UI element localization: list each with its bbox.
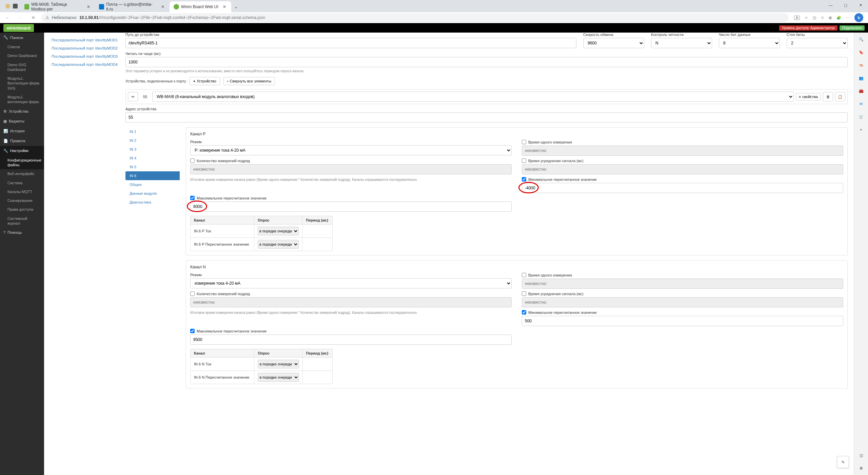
avg-time-checkbox[interactable]: [522, 158, 526, 163]
nav-item-mqtt[interactable]: Каналы MQTT: [0, 187, 44, 196]
poll-select[interactable]: в порядке очереди: [258, 373, 299, 382]
interval-input[interactable]: [125, 57, 848, 67]
browser-tab-0[interactable]: WB-MAI6: Таблица Modbus-рег ✕: [20, 1, 95, 12]
meas-count-checkbox[interactable]: [190, 158, 195, 163]
delete-device-button[interactable]: 🗑: [823, 92, 833, 101]
favorites-icon[interactable]: ✩: [821, 16, 824, 20]
nav-item-access[interactable]: Права доступа: [0, 205, 44, 214]
nav-item-mod1-svg[interactable]: Модуль1. Вентиляция ферм. SVG: [0, 74, 44, 93]
min-recalc-checkbox[interactable]: [522, 177, 526, 182]
close-tab-icon[interactable]: ✕: [160, 4, 165, 10]
collapse-all-button[interactable]: › Свернуть все элементы: [223, 77, 275, 85]
nav-panels[interactable]: 🔧Панели: [0, 33, 44, 42]
nav-rules[interactable]: 📄Правила: [0, 136, 44, 146]
poll-select[interactable]: в порядке очереди: [258, 227, 299, 235]
plus-icon[interactable]: +: [857, 126, 865, 134]
parity-select[interactable]: N: [651, 38, 712, 48]
device-address-input[interactable]: [125, 112, 848, 122]
nav-widgets[interactable]: ▦Виджеты: [0, 116, 44, 126]
max-recalc-checkbox[interactable]: [190, 196, 195, 200]
tab-in3[interactable]: IN 3: [125, 145, 180, 154]
back-button[interactable]: ←: [3, 13, 12, 22]
close-window-button[interactable]: ✕: [853, 0, 868, 10]
collapse-device-button[interactable]: [128, 92, 138, 101]
new-tab-button[interactable]: +: [231, 3, 241, 12]
max-recalc-input[interactable]: [190, 335, 512, 345]
sidepanel-icon[interactable]: ◫: [813, 16, 816, 20]
reader-badge[interactable]: A: [794, 16, 800, 20]
tab-in5[interactable]: IN 5: [125, 163, 180, 171]
scroll-top-button[interactable]: ✎: [837, 456, 849, 468]
maximize-button[interactable]: ▢: [838, 0, 853, 10]
meas-count-checkbox[interactable]: [190, 291, 195, 296]
avg-time-checkbox[interactable]: [522, 291, 526, 296]
nav-item-syslog[interactable]: Системный журнал: [0, 214, 44, 228]
settings-icon[interactable]: ⚙: [857, 464, 865, 472]
star-icon[interactable]: ☆: [805, 16, 808, 20]
min-recalc-checkbox[interactable]: [522, 310, 526, 315]
nav-settings[interactable]: 🔧Настройки: [0, 146, 44, 156]
port-link[interactable]: Последовательный порт /dev/ttyMOD1: [50, 36, 125, 44]
poll-select[interactable]: в порядке очереди: [258, 240, 299, 249]
databits-select[interactable]: 8: [719, 38, 780, 48]
min-recalc-input[interactable]: [522, 316, 843, 326]
port-link[interactable]: Последовательный порт /dev/ttyMOD2: [50, 44, 125, 52]
nav-item-demo-svg[interactable]: Demo SVG Dashboard: [0, 60, 44, 74]
properties-button[interactable]: ≡ свойства: [796, 93, 821, 100]
copy-device-button[interactable]: 📋: [835, 92, 845, 101]
nav-history[interactable]: 📊История: [0, 126, 44, 136]
minimize-button[interactable]: —: [823, 0, 838, 10]
mode-select[interactable]: P: измерение тока 4-20 мА: [190, 145, 512, 155]
menu-icon[interactable]: ⋯: [846, 16, 850, 20]
max-recalc-input[interactable]: [190, 202, 512, 212]
nav-devices[interactable]: ⚙Устройства: [0, 107, 44, 116]
logo[interactable]: wirenboard: [3, 24, 34, 32]
add-device-button[interactable]: + Устройство: [190, 77, 220, 85]
port-link[interactable]: Последовательный порт /dev/ttyMOD3: [50, 52, 125, 60]
tab-in4[interactable]: IN 4: [125, 154, 180, 163]
nav-item-web-ui[interactable]: Веб-интерфейс: [0, 169, 44, 178]
mode-select[interactable]: измерение тока 4-20 мА: [190, 278, 512, 288]
speed-select[interactable]: 9600: [583, 38, 644, 48]
search-icon[interactable]: 🔍: [857, 35, 865, 43]
nav-item-config-files[interactable]: Конфигурационные файлы: [0, 156, 44, 170]
outlook-icon[interactable]: ✉: [857, 100, 865, 108]
reload-button[interactable]: ⟳: [28, 13, 38, 22]
stopbits-select[interactable]: 2: [787, 38, 848, 48]
max-recalc-checkbox[interactable]: [190, 329, 195, 333]
close-tab-icon[interactable]: ✕: [222, 4, 227, 10]
close-tab-icon[interactable]: ✕: [86, 4, 91, 10]
panel-toggle-icon[interactable]: ◫: [857, 451, 865, 459]
device-path-input[interactable]: [125, 38, 576, 48]
cart-icon[interactable]: 🛒: [857, 113, 865, 121]
port-link[interactable]: Последовательный порт /dev/ttyMOD4: [50, 60, 125, 69]
collections-icon[interactable]: ⊞: [829, 16, 832, 20]
tab-in6[interactable]: IN 6: [125, 171, 180, 180]
nav-help[interactable]: ?Помощь: [0, 228, 44, 237]
meas-time-checkbox[interactable]: [522, 273, 526, 277]
bing-icon[interactable]: b: [854, 13, 863, 22]
nav-item-scan[interactable]: Сканирование: [0, 196, 44, 205]
nav-item-system[interactable]: Система: [0, 178, 44, 187]
nav-item-mod1-vent[interactable]: Модуль1. вентиляция ферм.: [0, 93, 44, 107]
people-icon[interactable]: 👥: [857, 74, 865, 82]
forward-button[interactable]: →: [16, 13, 25, 22]
min-recalc-input[interactable]: [522, 183, 843, 193]
tools-icon[interactable]: 🧰: [857, 87, 865, 95]
url-field[interactable]: ⚠ Небезопасно 10.1.50.91/#!/configs/edit…: [41, 13, 789, 22]
nav-item-list[interactable]: Список: [0, 42, 44, 51]
device-template-select[interactable]: WB-MAI6 (6-канальный модуль аналоговых в…: [152, 92, 794, 102]
tab-diagnostics[interactable]: Диагностика: [125, 198, 180, 207]
meas-time-checkbox[interactable]: [522, 140, 526, 144]
tab-in2[interactable]: IN 2: [125, 136, 180, 145]
browser-tab-1[interactable]: Почта — s.gribov@imba-it.ru ✕: [95, 1, 170, 12]
tab-in1[interactable]: IN 1: [125, 127, 180, 136]
tab-module-data[interactable]: Данные модуля: [125, 189, 180, 198]
tab-general[interactable]: Общее: [125, 180, 180, 189]
nav-item-demo-dash[interactable]: Demo Dashboard: [0, 51, 44, 60]
extensions-icon[interactable]: 🧩: [836, 16, 841, 20]
tag-icon[interactable]: 🔖: [857, 48, 865, 56]
shopping-icon[interactable]: 🛍: [857, 61, 865, 69]
poll-select[interactable]: в порядке очереди: [258, 360, 299, 368]
browser-tab-2[interactable]: Wiren Board Web UI ✕: [170, 1, 231, 12]
